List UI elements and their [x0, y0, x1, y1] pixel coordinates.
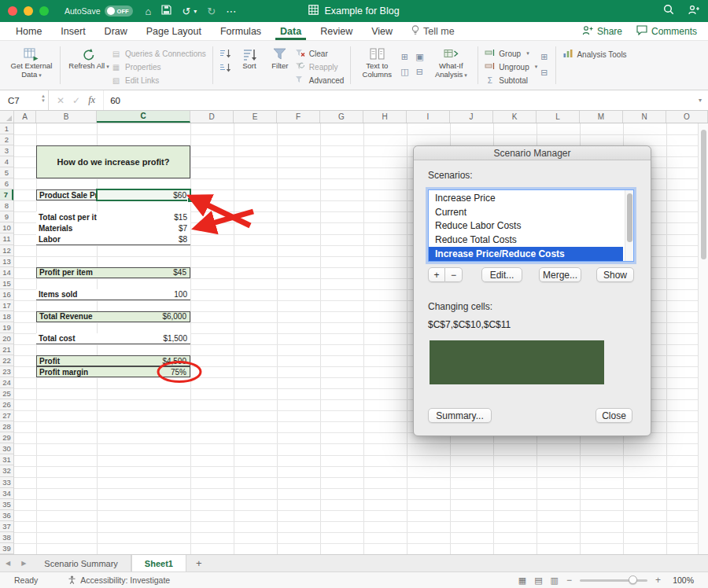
- show-detail-icon[interactable]: ⊞: [540, 50, 548, 63]
- row-header-7[interactable]: 7: [0, 189, 13, 200]
- row-header-25[interactable]: 25: [0, 388, 13, 399]
- sheet-nav-left-icon[interactable]: ◀: [0, 555, 16, 571]
- row-header-13[interactable]: 13: [0, 256, 13, 267]
- cell-label[interactable]: Items sold: [36, 289, 97, 300]
- cell-value[interactable]: $7: [97, 222, 190, 233]
- properties-button[interactable]: ▦Properties: [111, 61, 206, 72]
- advanced-button[interactable]: Advanced: [295, 75, 344, 86]
- sheet-row-18[interactable]: Total Revenue$6,000: [36, 311, 190, 322]
- normal-view-icon[interactable]: ▦: [518, 575, 526, 586]
- show-scenario-button[interactable]: Show: [596, 267, 634, 282]
- tab-review[interactable]: Review: [311, 22, 362, 40]
- group-button[interactable]: Group▾: [485, 48, 537, 59]
- home-icon[interactable]: ⌂: [146, 6, 152, 17]
- row-header-6[interactable]: 6: [0, 178, 13, 189]
- row-header-35[interactable]: 35: [0, 499, 13, 510]
- edit-links-button[interactable]: ▧Edit Links: [111, 75, 206, 86]
- share-button[interactable]: Share: [582, 25, 622, 38]
- cell-value[interactable]: 75%: [98, 367, 190, 377]
- what-if-analysis-button[interactable]: What-If Analysis▾: [430, 44, 471, 79]
- confirm-entry-icon[interactable]: ✓: [72, 95, 80, 106]
- sheet-tab-sheet1[interactable]: Sheet1: [131, 555, 186, 571]
- zoom-level[interactable]: 100%: [669, 575, 694, 585]
- column-header-G[interactable]: G: [320, 111, 363, 123]
- row-header-39[interactable]: 39: [0, 543, 13, 554]
- column-header-H[interactable]: H: [363, 111, 407, 123]
- minimize-window-icon[interactable]: [24, 6, 33, 16]
- sheet-row-23[interactable]: Profit margin75%: [36, 366, 190, 377]
- row-header-1[interactable]: 1: [0, 123, 13, 134]
- cell-value[interactable]: $15: [97, 211, 190, 222]
- zoom-window-icon[interactable]: [39, 6, 49, 16]
- edit-scenario-button[interactable]: Edit...: [481, 267, 522, 282]
- sort-button[interactable]: Sort: [234, 44, 265, 71]
- get-external-data-button[interactable]: Get External Data▾: [9, 44, 53, 79]
- formula-input[interactable]: 60: [104, 90, 692, 110]
- column-header-I[interactable]: I: [407, 111, 450, 123]
- more-commands-icon[interactable]: ⋯: [226, 6, 236, 17]
- cell-value[interactable]: $4,500: [98, 356, 190, 366]
- column-header-F[interactable]: F: [277, 111, 320, 123]
- column-header-D[interactable]: D: [190, 111, 234, 123]
- row-header-4[interactable]: 4: [0, 156, 13, 167]
- name-box-stepper[interactable]: ▲▼: [41, 94, 46, 103]
- sheet-row-22[interactable]: Profit$4,500: [36, 355, 190, 366]
- row-header-26[interactable]: 26: [0, 399, 13, 410]
- row-header-33[interactable]: 33: [0, 477, 13, 488]
- vertical-scrollbar-thumb[interactable]: [701, 130, 706, 259]
- row-header-10[interactable]: 10: [0, 222, 13, 233]
- row-header-21[interactable]: 21: [0, 344, 13, 355]
- remove-scenario-button[interactable]: −: [445, 267, 463, 282]
- sheet-row-20[interactable]: Total cost$1,500: [36, 333, 190, 344]
- cell-label[interactable]: Product Sale Price: [37, 190, 98, 200]
- merge-scenario-button[interactable]: Merge...: [539, 267, 581, 282]
- redo-icon[interactable]: ↻: [207, 6, 216, 17]
- close-dialog-button[interactable]: Close: [596, 408, 632, 423]
- tab-draw[interactable]: Draw: [95, 22, 137, 40]
- row-header-2[interactable]: 2: [0, 134, 13, 145]
- row-header-9[interactable]: 9: [0, 211, 13, 222]
- vertical-scrollbar[interactable]: [698, 123, 708, 554]
- column-header-C[interactable]: C: [97, 111, 190, 123]
- tab-tell-me[interactable]: Tell me: [402, 22, 464, 40]
- column-header-L[interactable]: L: [537, 111, 580, 123]
- column-header-M[interactable]: M: [580, 111, 623, 123]
- cell-value[interactable]: $60: [98, 190, 190, 200]
- scenario-list[interactable]: Increase PriceCurrentReduce Labor CostsR…: [428, 189, 634, 262]
- row-header-12[interactable]: 12: [0, 245, 13, 256]
- ungroup-button[interactable]: Ungroup▾: [485, 61, 537, 72]
- scenario-item[interactable]: Reduce Labor Costs: [429, 219, 623, 233]
- row-header-24[interactable]: 24: [0, 377, 13, 388]
- cell-value[interactable]: $45: [98, 268, 190, 277]
- sort-descending-button[interactable]: [219, 63, 231, 74]
- zoom-out-icon[interactable]: −: [566, 575, 572, 586]
- subtotal-button[interactable]: ΣSubtotal: [485, 75, 537, 86]
- column-header-K[interactable]: K: [493, 111, 537, 123]
- page-break-view-icon[interactable]: ▥: [551, 575, 559, 586]
- column-header-E[interactable]: E: [234, 111, 277, 123]
- tab-data[interactable]: Data: [271, 22, 311, 40]
- sheet-title-box[interactable]: How do we increase profit?: [36, 145, 190, 178]
- scenario-item[interactable]: Increase Price/Reduce Costs: [429, 247, 623, 261]
- row-header-34[interactable]: 34: [0, 488, 13, 499]
- tab-view[interactable]: View: [362, 22, 402, 40]
- row-header-38[interactable]: 38: [0, 532, 13, 543]
- summary-button[interactable]: Summary...: [428, 408, 492, 423]
- clear-filter-button[interactable]: Clear: [295, 48, 344, 59]
- sheet-row-7[interactable]: Product Sale Price$60: [36, 189, 190, 200]
- sheet-nav-right-icon[interactable]: ▶: [16, 555, 31, 571]
- column-header-B[interactable]: B: [36, 111, 97, 123]
- sheet-tab-scenario-summary[interactable]: Scenario Summary: [31, 555, 131, 571]
- cell-label[interactable]: Profit per item: [37, 268, 98, 277]
- search-icon[interactable]: [663, 4, 674, 18]
- row-header-20[interactable]: 20: [0, 333, 13, 344]
- filter-button[interactable]: Filter: [265, 44, 295, 71]
- zoom-in-icon[interactable]: +: [655, 575, 661, 586]
- autosave-toggle[interactable]: AutoSave OFF: [65, 6, 133, 17]
- row-header-22[interactable]: 22: [0, 355, 13, 366]
- undo-caret-icon[interactable]: ▾: [194, 8, 197, 15]
- cell-label[interactable]: Profit margin: [37, 367, 98, 377]
- row-header-28[interactable]: 28: [0, 421, 13, 432]
- cell-label[interactable]: Labor: [36, 234, 97, 244]
- sheet-row-9[interactable]: Total cost per item$15: [36, 211, 190, 222]
